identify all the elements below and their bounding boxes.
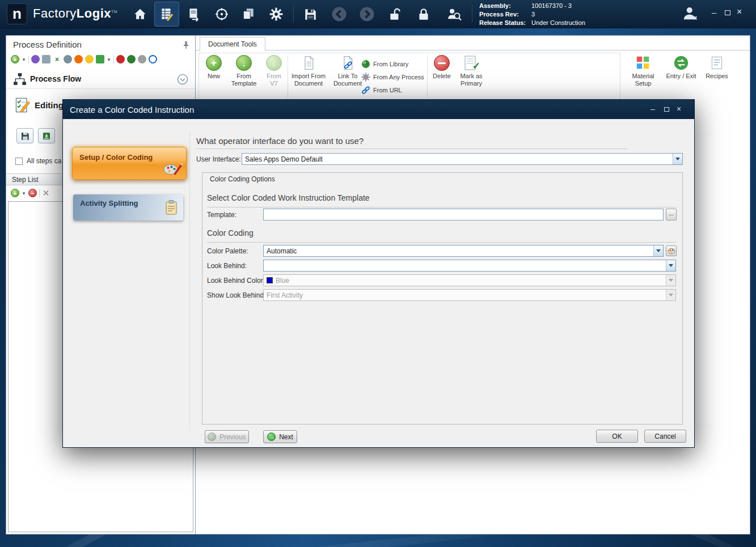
release-status-value: Under Construction — [531, 19, 585, 27]
import-document-icon — [301, 55, 316, 71]
dropdown-arrow-icon[interactable] — [673, 154, 682, 164]
forward-button[interactable] — [357, 5, 377, 24]
look-behind-color-value: Blue — [276, 277, 289, 285]
material-setup-button[interactable]: Material Setup — [628, 55, 658, 100]
minimize-button[interactable]: – — [712, 8, 716, 17]
new-icon: + — [206, 55, 222, 71]
chevron-down-icon[interactable]: ▾ — [107, 57, 111, 62]
maximize-button[interactable] — [725, 10, 730, 15]
from-library-button[interactable]: From Library — [361, 58, 408, 70]
new-document-button[interactable]: + New — [201, 55, 226, 100]
record-icon[interactable] — [116, 55, 125, 63]
chevron-down-icon[interactable]: ▾ — [22, 57, 26, 62]
color-coding-options-group: Color Coding Options Select Color Coded … — [202, 172, 683, 425]
print-icon[interactable] — [42, 55, 50, 63]
lock-button[interactable] — [414, 5, 433, 24]
import-button[interactable] — [38, 128, 55, 143]
template-browse-button[interactable]: ... — [666, 209, 677, 221]
resume-icon[interactable] — [127, 55, 136, 63]
process-editor-button[interactable] — [157, 5, 176, 24]
template-input[interactable] — [263, 209, 664, 221]
mark-as-primary-button[interactable]: ✓ Mark as Primary — [455, 55, 487, 100]
collapse-circle-icon[interactable] — [177, 74, 188, 85]
save-icon — [303, 7, 318, 22]
entry-exit-button[interactable]: Entry / Exit — [663, 55, 699, 100]
back-button[interactable] — [330, 5, 349, 24]
next-button[interactable]: → Next — [263, 430, 297, 443]
from-url-button[interactable]: From URL — [361, 84, 402, 96]
cancel-button[interactable]: Cancel — [644, 430, 686, 443]
dropdown-arrow-icon[interactable] — [666, 260, 675, 271]
right-arrow-glyph: → — [269, 434, 274, 440]
process-flow-row[interactable]: Process Flow — [6, 70, 195, 89]
look-behind-select[interactable] — [263, 260, 676, 272]
group-title: Color Coding Options — [208, 175, 277, 183]
org-chart-icon — [13, 73, 27, 86]
dialog-body: Setup / Color Coding Activity Splitting — [63, 119, 694, 447]
dialog-maximize-button[interactable] — [664, 107, 669, 112]
document-send-icon — [187, 7, 201, 22]
delete-button[interactable]: Delete — [429, 55, 454, 100]
document-release-button[interactable] — [184, 5, 204, 24]
entry-exit-icon — [673, 55, 689, 71]
info-icon[interactable] — [149, 55, 157, 63]
pin-icon[interactable] — [181, 40, 191, 49]
delete-icon — [434, 55, 450, 71]
save-button[interactable] — [301, 5, 320, 24]
ribbon-separator — [288, 55, 288, 98]
from-template-button[interactable]: ↓ From Template — [227, 55, 260, 100]
dialog-minimize-button[interactable]: – — [651, 105, 655, 113]
nav-setup-color-coding[interactable]: Setup / Color Coding — [72, 147, 187, 180]
import-from-document-button[interactable]: Import From Document — [290, 55, 327, 100]
navigator-button[interactable] — [212, 5, 231, 24]
cut-icon[interactable] — [42, 189, 49, 197]
ellipsis-glyph: ... — [669, 210, 674, 217]
left-arrow-glyph: ← — [209, 434, 215, 440]
from-v7-icon: ↓ — [266, 55, 282, 71]
add-icon[interactable]: + — [11, 55, 19, 63]
remove-step-icon[interactable]: − — [28, 189, 37, 197]
logout-user-button[interactable] — [681, 3, 700, 23]
create-color-coded-instruction-dialog: Create a Color Coded Instruction – × Set… — [62, 99, 695, 448]
down-arrow-glyph: ↓ — [242, 58, 246, 68]
clear-icon[interactable]: × — [53, 55, 61, 63]
home-button[interactable] — [130, 5, 150, 24]
palette-icon — [162, 160, 183, 177]
pause-icon[interactable] — [138, 55, 146, 63]
dropdown-arrow-icon[interactable] — [653, 245, 663, 256]
section-underline — [207, 207, 677, 207]
unlock-button[interactable] — [386, 5, 405, 24]
from-v7-button[interactable]: ↓ From V7 — [263, 55, 285, 100]
user-interface-select[interactable]: Sales Apps Demo Default — [242, 153, 683, 165]
ok-label: OK — [612, 432, 622, 440]
panel-toolbar: + ▾ × ▾ — [11, 55, 157, 63]
template-label: Template: — [207, 211, 236, 219]
chevron-down-icon[interactable]: ▾ — [22, 190, 26, 196]
dialog-close-button[interactable]: × — [677, 105, 681, 113]
color-palette-select[interactable]: Automatic — [263, 245, 664, 257]
key-icon[interactable] — [85, 55, 94, 63]
all-steps-checkbox[interactable] — [15, 158, 23, 165]
flag-icon[interactable] — [96, 55, 104, 63]
tab-document-tools[interactable]: Document Tools — [200, 37, 265, 51]
nav-activity-splitting[interactable]: Activity Splitting — [73, 194, 183, 221]
link-icon[interactable] — [31, 55, 40, 63]
person-orange-icon[interactable] — [74, 55, 83, 63]
copy-documents-button[interactable] — [239, 5, 258, 24]
minus-bar — [438, 62, 446, 64]
palette-picker-button[interactable] — [666, 245, 677, 256]
dialog-titlebar[interactable]: Create a Color Coded Instruction – × — [63, 100, 694, 119]
link-to-document-button[interactable]: Link To Document — [330, 55, 366, 100]
save-step-button[interactable] — [16, 128, 33, 143]
close-button[interactable]: × — [737, 7, 742, 16]
color-palette-label: Color Palette: — [207, 247, 248, 255]
settings-button[interactable] — [267, 5, 286, 24]
import-green-icon — [41, 131, 52, 141]
add-step-icon[interactable]: + — [11, 189, 19, 197]
find-user-button[interactable] — [444, 5, 463, 24]
toolbar-separator — [293, 6, 294, 23]
recipes-button[interactable]: Recipes — [703, 55, 731, 100]
ok-button[interactable]: OK — [596, 430, 638, 443]
person-help-icon[interactable] — [64, 55, 72, 63]
from-any-process-button[interactable]: From Any Process — [361, 71, 424, 83]
